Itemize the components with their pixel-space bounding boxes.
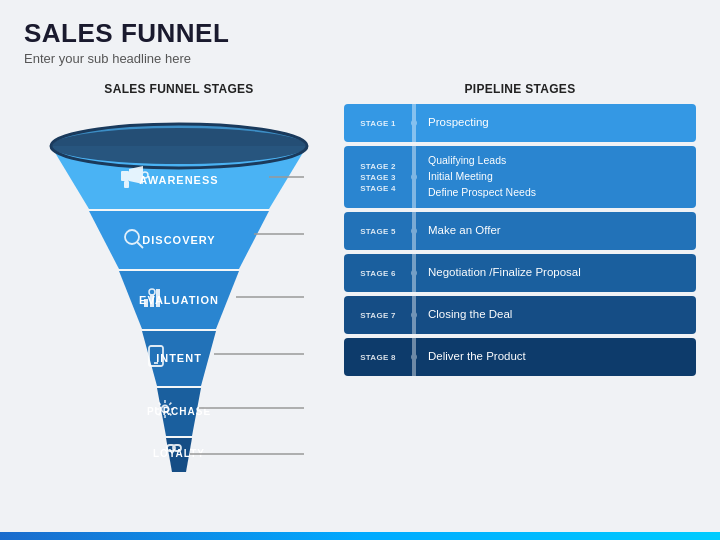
stage-divider-5 xyxy=(412,212,416,250)
header: SALES FUNNEL Enter your sub headline her… xyxy=(24,18,696,66)
stage-label-234: STAGE 2 STAGE 3 STAGE 4 xyxy=(344,146,412,208)
stage-content-234: Qualifying Leads Initial Meeting Define … xyxy=(416,146,696,208)
stage-content-7: Closing the Deal xyxy=(416,296,696,334)
stage-content-1: Prospecting xyxy=(416,104,696,142)
pipeline-stages: STAGE 1 Prospecting STAGE 2 STAGE 3 STAG… xyxy=(344,104,696,526)
content-area: SALES FUNNEL STAGES xyxy=(24,82,696,526)
pipeline-row-2: STAGE 2 STAGE 3 STAGE 4 Qualifying Leads… xyxy=(344,146,696,208)
pipeline-row-4: STAGE 6 Negotiation /Finalize Proposal xyxy=(344,254,696,292)
funnel-title: SALES FUNNEL STAGES xyxy=(104,82,253,96)
svg-text:AWARENESS: AWARENESS xyxy=(139,174,218,186)
stage-divider-7 xyxy=(412,296,416,334)
pipeline-row-6: STAGE 8 Deliver the Product xyxy=(344,338,696,376)
pipeline-row-1: STAGE 1 Prospecting xyxy=(344,104,696,142)
pipeline-section: PIPELINE STAGES STAGE 1 Prospecting STAG… xyxy=(344,82,696,526)
stage-label-5: STAGE 5 xyxy=(344,212,412,250)
stage-label-8: STAGE 8 xyxy=(344,338,412,376)
stage-divider-234 xyxy=(412,146,416,208)
stage-content-6: Negotiation /Finalize Proposal xyxy=(416,254,696,292)
stage-label-7: STAGE 7 xyxy=(344,296,412,334)
funnel-svg: AWARENESS DISCOVERY EVALUATION INTENT PU… xyxy=(39,104,319,472)
svg-rect-20 xyxy=(144,299,148,307)
svg-rect-15 xyxy=(121,171,129,181)
pipeline-row-3: STAGE 5 Make an Offer xyxy=(344,212,696,250)
svg-rect-21 xyxy=(150,294,154,307)
svg-rect-22 xyxy=(156,289,160,307)
stage-content-8: Deliver the Product xyxy=(416,338,696,376)
funnel-wrapper: AWARENESS DISCOVERY EVALUATION INTENT PU… xyxy=(39,104,319,472)
main-container: SALES FUNNEL Enter your sub headline her… xyxy=(0,0,720,540)
pipeline-row-5: STAGE 7 Closing the Deal xyxy=(344,296,696,334)
stage-divider-8 xyxy=(412,338,416,376)
pipeline-title: PIPELINE STAGES xyxy=(344,82,696,96)
stage-label-1: STAGE 1 xyxy=(344,104,412,142)
page-title: SALES FUNNEL xyxy=(24,18,696,49)
stage-label-6: STAGE 6 xyxy=(344,254,412,292)
svg-rect-16 xyxy=(124,181,129,188)
bottom-bar xyxy=(0,532,720,540)
stage-num-1: STAGE 1 xyxy=(360,119,396,128)
stage-divider-6 xyxy=(412,254,416,292)
page-subtitle: Enter your sub headline here xyxy=(24,51,696,66)
funnel-section: SALES FUNNEL STAGES xyxy=(24,82,334,526)
svg-point-8 xyxy=(51,128,307,164)
svg-text:DISCOVERY: DISCOVERY xyxy=(142,234,215,246)
stage-content-5: Make an Offer xyxy=(416,212,696,250)
stage-divider-1 xyxy=(412,104,416,142)
